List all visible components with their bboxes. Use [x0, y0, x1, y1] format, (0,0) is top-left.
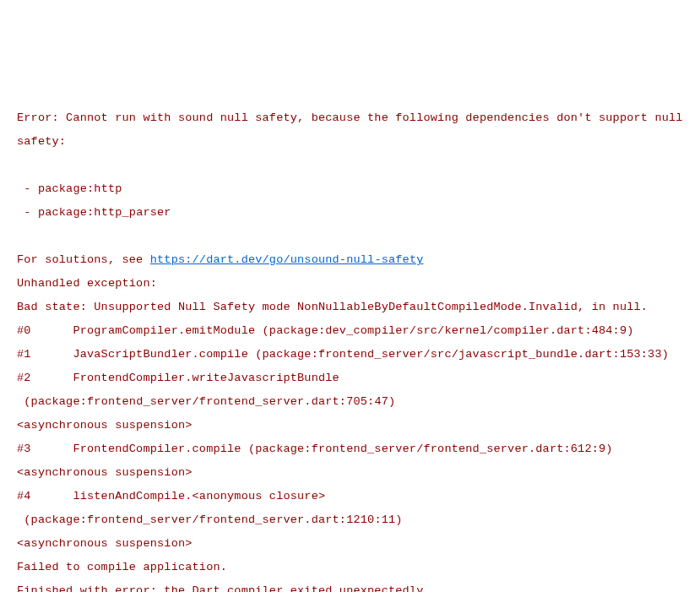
error-header: Error: Cannot run with sound null safety… — [17, 111, 690, 148]
bad-state: Bad state: Unsupported Null Safety mode … — [17, 301, 648, 313]
unhandled-exception: Unhandled exception: — [17, 277, 157, 290]
solutions-link[interactable]: https://dart.dev/go/unsound-null-safety — [150, 253, 424, 266]
solutions-line: For solutions, see https://dart.dev/go/u… — [17, 253, 424, 266]
stack-trace-line: (package:frontend_server/frontend_server… — [17, 513, 403, 526]
failed-message: Failed to compile application. — [17, 561, 227, 573]
stack-trace-line: #4 listenAndCompile.<anonymous closure> — [17, 490, 325, 502]
stack-trace-line: #0 ProgramCompiler.emitModule (package:d… — [17, 324, 634, 337]
package-item: - package:http_parser — [17, 206, 171, 219]
async-suspension: <asynchronous suspension> — [17, 419, 193, 432]
finished-message: Finished with error: the Dart compiler e… — [17, 584, 431, 592]
stack-trace-line: #1 JavaScriptBundler.compile (package:fr… — [17, 348, 669, 361]
package-item: - package:http — [17, 182, 122, 195]
stack-trace-line: #2 FrontendCompiler.writeJavascriptBundl… — [17, 372, 339, 384]
stack-trace-line: (package:frontend_server/frontend_server… — [17, 395, 395, 408]
async-suspension: <asynchronous suspension> — [17, 466, 193, 479]
async-suspension: <asynchronous suspension> — [17, 537, 193, 550]
solutions-prefix: For solutions, see — [17, 253, 150, 266]
stack-trace-line: #3 FrontendCompiler.compile (package:fro… — [17, 443, 613, 455]
error-output: Error: Cannot run with sound null safety… — [17, 106, 683, 592]
